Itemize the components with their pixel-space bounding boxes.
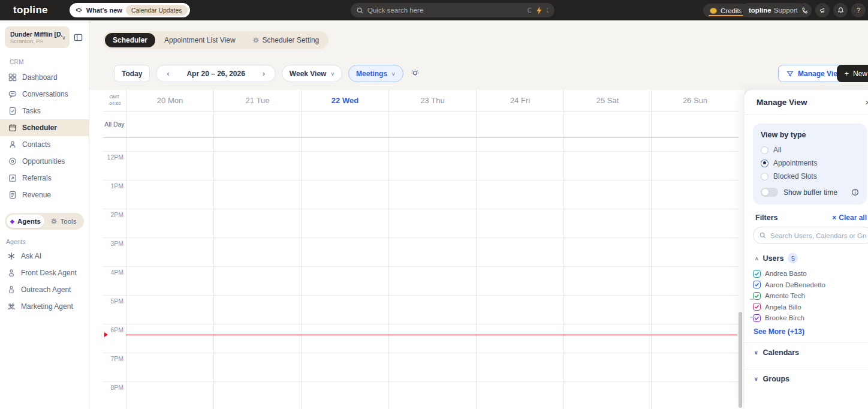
day-header[interactable]: 25 Sat — [563, 90, 651, 111]
clear-all-button[interactable]: × Clear all — [832, 213, 867, 222]
checkbox-checked-icon[interactable] — [753, 303, 761, 311]
sidebar-nav-item[interactable]: Contacts — [0, 136, 89, 153]
calendar-scrollbar[interactable] — [739, 312, 742, 408]
see-more-button[interactable]: See More (+13) — [754, 327, 868, 336]
help-button[interactable]: ? — [851, 3, 866, 17]
panel-resize-handle[interactable] — [750, 317, 756, 318]
agent-nav-item[interactable]: Marketing Agent — [0, 298, 89, 315]
support-button[interactable]: topline Support — [741, 3, 806, 17]
segment-agents[interactable]: ◆ Agents — [7, 215, 44, 228]
panel-resize-handle[interactable] — [750, 299, 756, 300]
contacts-icon — [8, 140, 17, 149]
sidebar-nav-item[interactable]: Tasks — [0, 103, 89, 119]
checkbox-checked-icon[interactable] — [753, 270, 761, 278]
date-range-nav: ‹ Apr 20 – 26, 2026 › — [156, 65, 275, 82]
hour-label: 3PM — [103, 238, 123, 247]
support-brand: topline — [749, 7, 771, 14]
tab-scheduler-setting[interactable]: Scheduler Setting — [245, 33, 327, 47]
whats-new-button[interactable]: What's new Calendar Updates — [70, 3, 190, 17]
today-button[interactable]: Today — [114, 65, 150, 82]
radio-label: Appointments — [773, 159, 817, 167]
segment-tools[interactable]: Tools — [44, 215, 82, 228]
all-day-cell[interactable] — [388, 112, 476, 137]
lightbulb-button[interactable] — [411, 69, 420, 78]
event-type-select[interactable]: Meetings ∨ — [348, 65, 403, 82]
sidebar-nav-item[interactable]: Opportunities — [0, 153, 89, 170]
panel-section-toggle[interactable]: ∨ Groups — [745, 369, 868, 389]
current-time-arrow-icon — [104, 332, 108, 337]
view-type-radio-option[interactable]: Appointments — [761, 158, 859, 169]
phone-button[interactable] — [797, 3, 812, 17]
megaphone-button[interactable] — [815, 3, 830, 17]
whats-new-badge: Calendar Updates — [126, 5, 188, 16]
all-day-cell[interactable] — [476, 112, 563, 137]
day-header[interactable]: 20 Mon — [126, 90, 213, 111]
day-header[interactable]: 24 Fri — [476, 90, 563, 111]
lightning-icon — [536, 7, 542, 14]
view-type-radio-option[interactable]: Blocked Slots — [761, 171, 859, 182]
filter-icon — [786, 70, 794, 77]
checkbox-checked-icon[interactable] — [753, 281, 761, 288]
user-filter-row[interactable]: Angela Billo — [753, 302, 868, 313]
view-type-radio-option[interactable]: All — [761, 145, 859, 155]
user-filter-row[interactable]: Amento Tech — [753, 290, 868, 302]
agent-nav-item[interactable]: Ask AI — [0, 248, 89, 264]
notifications-button[interactable] — [833, 3, 848, 17]
radio-icon[interactable] — [761, 173, 768, 181]
bell-icon — [837, 7, 844, 14]
gear-icon — [50, 218, 58, 225]
panel-section-toggle[interactable]: ∨ Calendars — [745, 343, 868, 362]
users-section-toggle[interactable]: ∧ Users 5 — [755, 253, 868, 263]
filter-search-input[interactable] — [770, 232, 866, 239]
day-header[interactable]: 22 Wed — [301, 90, 388, 111]
radio-icon[interactable] — [761, 160, 768, 167]
all-day-cell[interactable] — [126, 112, 213, 137]
agent-nav-item[interactable]: Front Desk Agent — [0, 264, 89, 281]
prev-week-button[interactable]: ‹ — [160, 69, 176, 78]
all-day-cell[interactable] — [651, 112, 739, 137]
sidebar-nav-item[interactable]: Conversations — [0, 86, 89, 103]
org-name: Dunder Mifflin [D... — [10, 31, 62, 38]
user-filter-row[interactable]: Brooke Birch — [753, 312, 868, 324]
user-filter-row[interactable]: Aaron DeBenedetto — [753, 279, 868, 291]
radio-label: Blocked Slots — [773, 172, 817, 181]
close-icon[interactable]: × — [863, 97, 868, 107]
sidebar-nav-item[interactable]: Referrals — [0, 170, 89, 187]
quick-search[interactable]: Ctrl + K — [351, 3, 554, 17]
agents-tools-switch: ◆ Agents Tools — [5, 213, 84, 230]
all-day-cell[interactable] — [563, 112, 651, 137]
user-filter-row[interactable]: Andrea Basto — [753, 268, 868, 279]
user-name: Angela Billo — [765, 303, 801, 311]
sidebar: Dunder Mifflin [D... Scranton, PA ∨ CRM … — [0, 20, 89, 409]
hour-label: 4PM — [103, 267, 123, 276]
sidebar-item-label: Conversations — [22, 90, 68, 98]
tasks-icon — [8, 107, 17, 115]
day-header[interactable]: 21 Tue — [213, 90, 301, 111]
all-day-cell[interactable] — [301, 112, 388, 137]
view-mode-select[interactable]: Week View ∨ — [282, 65, 342, 82]
current-time-line — [126, 335, 737, 335]
agent-nav-item[interactable]: Outreach Agent — [0, 281, 89, 298]
lightning-button[interactable] — [531, 3, 547, 17]
collapse-sidebar-button[interactable] — [74, 33, 83, 42]
checkbox-checked-icon[interactable] — [753, 314, 761, 322]
quick-search-input[interactable] — [367, 7, 523, 14]
sidebar-nav-item[interactable]: Revenue — [0, 187, 89, 203]
sidebar-nav-item[interactable]: Dashboard — [0, 69, 89, 86]
new-button[interactable]: + New — [837, 65, 868, 82]
users-filter-list: Andrea Basto Aaron DeBenedetto Amento Te… — [745, 268, 868, 324]
filter-search[interactable] — [753, 227, 868, 244]
calendar-grid[interactable]: 12PM 1PM 2PM 3PM 4PM 5PM 6PM 7PM — [103, 138, 739, 409]
sidebar-nav-item[interactable]: Scheduler — [0, 119, 89, 136]
tab-appointment-list-view[interactable]: Appointment List View — [156, 33, 243, 47]
day-header[interactable]: 23 Thu — [388, 90, 476, 111]
all-day-cell[interactable] — [213, 112, 301, 137]
day-header[interactable]: 26 Sun — [651, 90, 739, 111]
tab-scheduler[interactable]: Scheduler — [105, 33, 155, 47]
view-by-type-label: View by type — [761, 131, 859, 139]
show-buffer-time-toggle[interactable] — [761, 188, 778, 197]
org-switcher[interactable]: Dunder Mifflin [D... Scranton, PA ∨ — [5, 26, 70, 48]
radio-icon[interactable] — [761, 146, 768, 154]
info-icon[interactable] — [851, 188, 859, 196]
next-week-button[interactable]: › — [256, 69, 272, 78]
